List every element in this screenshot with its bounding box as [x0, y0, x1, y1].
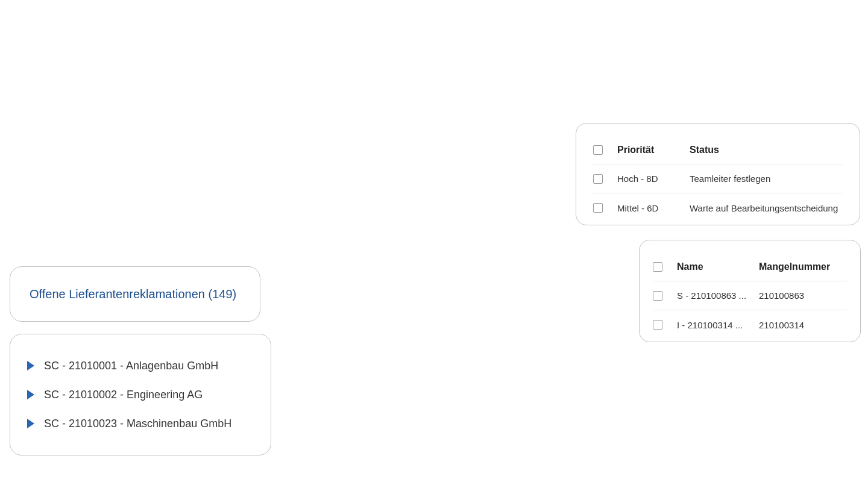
- table-header-row: Name Mangelnummer: [653, 252, 847, 281]
- number-cell: 210100314: [759, 320, 847, 330]
- supplier-complaints-tree: SC - 21010001 - Anlagenbau GmbH SC - 210…: [10, 334, 271, 455]
- row-checkbox[interactable]: [653, 291, 662, 301]
- open-supplier-complaints-title: Offene Lieferantenreklamationen (149): [30, 287, 236, 301]
- row-checkbox[interactable]: [593, 174, 603, 184]
- table-row[interactable]: I - 210100314 ... 210100314: [653, 310, 847, 339]
- tree-item[interactable]: SC - 21010023 - Maschinenbau GmbH: [27, 409, 254, 438]
- tree-item-label: SC - 21010023 - Maschinenbau GmbH: [44, 418, 231, 430]
- tree-item-label: SC - 21010002 - Engineering AG: [44, 389, 203, 401]
- expand-arrow-icon[interactable]: [27, 419, 34, 428]
- column-header-priority: Priorität: [617, 145, 690, 155]
- row-checkbox[interactable]: [593, 203, 603, 213]
- row-checkbox[interactable]: [653, 320, 662, 330]
- name-cell: I - 210100314 ...: [677, 320, 759, 330]
- priority-cell: Hoch - 8D: [617, 174, 690, 184]
- column-header-status: Status: [690, 145, 843, 155]
- tree-item[interactable]: SC - 21010001 - Anlagenbau GmbH: [27, 351, 254, 380]
- priority-status-table: Priorität Status Hoch - 8D Teamleiter fe…: [576, 123, 860, 225]
- column-header-name: Name: [677, 261, 759, 272]
- status-cell: Warte auf Bearbeitungsentscheidung: [690, 203, 843, 213]
- tree-item[interactable]: SC - 21010002 - Engineering AG: [27, 380, 254, 409]
- expand-arrow-icon[interactable]: [27, 361, 34, 371]
- select-all-checkbox[interactable]: [653, 262, 662, 272]
- table-row[interactable]: Mittel - 6D Warte auf Bearbeitungsentsch…: [593, 193, 843, 222]
- select-all-checkbox[interactable]: [593, 145, 603, 155]
- open-supplier-complaints-title-panel: Offene Lieferantenreklamationen (149): [10, 266, 260, 322]
- priority-cell: Mittel - 6D: [617, 203, 690, 213]
- column-header-number: Mangelnummer: [759, 261, 847, 272]
- name-cell: S - 210100863 ...: [677, 290, 759, 301]
- name-defectnumber-table: Name Mangelnummer S - 210100863 ... 2101…: [639, 240, 861, 342]
- expand-arrow-icon[interactable]: [27, 390, 34, 399]
- tree-item-label: SC - 21010001 - Anlagenbau GmbH: [44, 360, 218, 372]
- table-header-row: Priorität Status: [593, 136, 843, 164]
- status-cell: Teamleiter festlegen: [690, 174, 843, 184]
- number-cell: 210100863: [759, 290, 847, 301]
- table-row[interactable]: Hoch - 8D Teamleiter festlegen: [593, 164, 843, 193]
- table-row[interactable]: S - 210100863 ... 210100863: [653, 281, 847, 310]
